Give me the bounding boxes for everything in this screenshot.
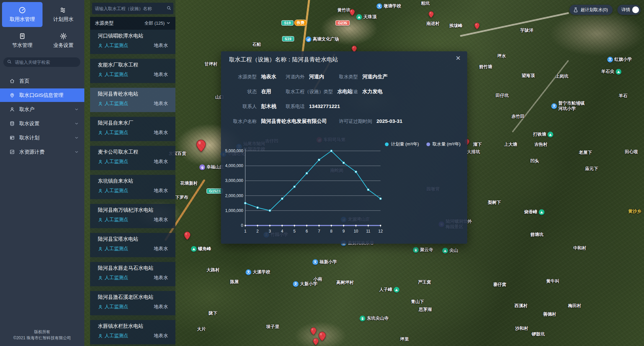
nav-tile-2[interactable]: 计划用水 xyxy=(45,2,82,27)
water-source-type-label: 水源类型 xyxy=(95,20,114,26)
svg-text:5: 5 xyxy=(293,229,296,234)
map-label-text: 田仔坑 xyxy=(496,93,509,98)
over-plan-intake-button[interactable]: 超计划取水(0) xyxy=(569,5,613,15)
map-label: 凹头 xyxy=(530,158,539,164)
facility-list-item[interactable]: 河口镇唱歌潭水电站人工监测点地表水 xyxy=(90,30,175,54)
sidebar-item-1[interactable]: 首页 xyxy=(0,74,84,88)
facility-list-item[interactable]: 陆河县激石溪老区水电站人工监测点地表水 xyxy=(90,291,175,315)
close-icon[interactable]: × xyxy=(456,54,460,62)
water-type-label: 地表水 xyxy=(154,217,168,223)
sidebar-item-2[interactable]: 取水口GIS信息管理 xyxy=(0,88,84,102)
map-label-text: 坪里 xyxy=(400,337,409,342)
mountain-icon xyxy=(191,246,197,252)
map-label: 烧香嶂 xyxy=(524,209,544,215)
facility-name: 河口镇唱歌潭水电站 xyxy=(98,33,172,39)
facility-list-item[interactable]: 水唇镇水栏肚水电站人工监测点地表水 xyxy=(90,320,175,344)
facility-list-item[interactable]: 麦卡公司取水工程人工监测点地表水 xyxy=(90,146,175,170)
over-plan-label: 超计划取水(0) xyxy=(581,7,608,13)
legend-label: 取水量 (m³/年) xyxy=(432,141,460,147)
field-label: 取水工程（设施）类型 xyxy=(286,89,333,95)
field-value: 河道内生产 xyxy=(362,74,388,80)
map-marker-pin[interactable] xyxy=(309,326,318,337)
map-label: 箭竹塘 xyxy=(479,64,492,70)
facility-list-item[interactable]: 陆河县青砼水电站人工监测点地表水 xyxy=(90,88,175,112)
map-label: 文普宁市船埔镇 河坑小学 xyxy=(551,101,585,112)
person-icon xyxy=(98,304,103,310)
map-marker-pin[interactable] xyxy=(348,8,356,18)
map-label-text: 寨仔窝 xyxy=(493,282,506,287)
map-marker-pin[interactable] xyxy=(316,330,328,343)
map-label: 高树坪村 xyxy=(336,280,354,285)
svg-text:1,000,000: 1,000,000 xyxy=(225,208,244,213)
facility-list-item[interactable]: 东坑镇自来水站人工监测点地表水 xyxy=(90,175,175,199)
map-marker-pin[interactable] xyxy=(194,138,208,154)
keyword-search-input[interactable] xyxy=(14,59,77,65)
map-label: 箭塘坑 xyxy=(530,232,543,237)
facility-name: 陆河县青砼水电站 xyxy=(98,91,172,97)
nav-tile-4[interactable]: 业务设置 xyxy=(45,30,82,51)
map-marker-pin[interactable] xyxy=(473,22,481,31)
search-icon[interactable] xyxy=(166,5,171,12)
map-label-text: 梨树下 xyxy=(488,200,501,205)
map-marker-pin[interactable] xyxy=(427,10,435,20)
map-label-text: 螺角峰 xyxy=(198,246,211,251)
filter-all-dropdown[interactable]: 全部 (125) xyxy=(144,20,171,26)
filter-value: 全部 (125) xyxy=(144,20,165,26)
chevron-down-icon xyxy=(166,21,171,26)
legend-dot xyxy=(426,142,430,146)
toggle-knob[interactable] xyxy=(632,6,639,13)
nav-tile-1[interactable]: 取用水管理 xyxy=(2,2,43,27)
map-label-text: 大溪学校 xyxy=(253,269,270,275)
map-label-text: 粗坑 xyxy=(421,1,430,6)
temple-icon xyxy=(413,247,419,253)
legend-item[interactable]: 取水量 (m³/年) xyxy=(426,141,460,147)
facility-list-item[interactable]: 陆河县水唇走马石水电站人工监测点地表水 xyxy=(90,262,175,286)
facility-list-item[interactable]: 友能水厂取水工程人工监测点地表水 xyxy=(90,59,175,83)
map-label: 寨仔窝 xyxy=(493,282,506,287)
svg-text:3: 3 xyxy=(269,229,271,234)
map-label-text: 老屋下 xyxy=(579,150,592,155)
map-label-text: 人子嶂 xyxy=(379,287,392,292)
map-label-text: 东坑尖山寺 xyxy=(367,316,389,321)
map-label-text: 黄竹坑 xyxy=(337,7,351,13)
sidebar-search-box[interactable] xyxy=(3,57,80,67)
home-icon xyxy=(9,78,16,84)
map-label: 庙元下 xyxy=(585,166,598,171)
nav-tile-3[interactable]: 节水管理 xyxy=(2,30,43,51)
map-label: 打铁塘 xyxy=(533,132,553,137)
field: 联系人彭木桃 xyxy=(229,103,276,110)
map-label-text: 尖山 xyxy=(449,248,458,253)
facility-search-input[interactable] xyxy=(94,6,166,11)
map-label: 文大溪学校 xyxy=(246,269,270,275)
map-marker-pin[interactable] xyxy=(311,337,320,346)
sidebar-item-3[interactable]: 取水户 xyxy=(0,103,84,116)
water-type-label: 地表水 xyxy=(154,72,168,78)
sidebar-item-4[interactable]: 取水设置 xyxy=(0,117,84,130)
sidebar-item-5[interactable]: 取水计划 xyxy=(0,131,84,144)
field-label: 取水类型 xyxy=(339,74,358,80)
sidebar-item-6[interactable]: 水资源计费 xyxy=(0,145,84,159)
monitor-type-label: 人工监测点 xyxy=(105,217,128,223)
map-label-text: 上岗坑 xyxy=(555,74,568,79)
facility-list-item[interactable]: 陆河县自来水厂人工监测点地表水 xyxy=(90,117,175,141)
map-marker-pin[interactable] xyxy=(182,230,192,242)
legend-item[interactable]: 计划量 (m³/年) xyxy=(385,141,419,147)
water-type-label: 地表水 xyxy=(154,159,168,165)
map-label: 坪水 xyxy=(497,53,506,59)
monitor-type-label: 人工监测点 xyxy=(105,130,128,136)
detail-toggle[interactable]: 详情 xyxy=(617,5,641,15)
facility-list-item[interactable]: 陆河县宝塔水电站人工监测点地表水 xyxy=(90,233,175,257)
map-label-text: 高树坪村 xyxy=(336,280,354,285)
map-label-text: 下罗布 xyxy=(175,195,188,200)
facility-list-item[interactable]: 陆河县南万镇杞洋水电站人工监测点地表水 xyxy=(90,204,175,228)
facility-name: 陆河县激石溪老区水电站 xyxy=(98,294,172,300)
svg-text:9: 9 xyxy=(342,229,345,234)
sidebar-item-label: 取水口GIS信息管理 xyxy=(19,92,63,99)
map-label-text: 箭竹塘 xyxy=(479,64,492,70)
road-badge: G1523 xyxy=(206,188,223,194)
facility-search-box[interactable] xyxy=(92,3,173,14)
map-label: 老屋下 xyxy=(579,150,592,155)
map-label-text: 善德村 xyxy=(543,312,556,317)
map-label-text: 红旗小学 xyxy=(614,57,632,62)
pin-icon xyxy=(9,92,16,98)
